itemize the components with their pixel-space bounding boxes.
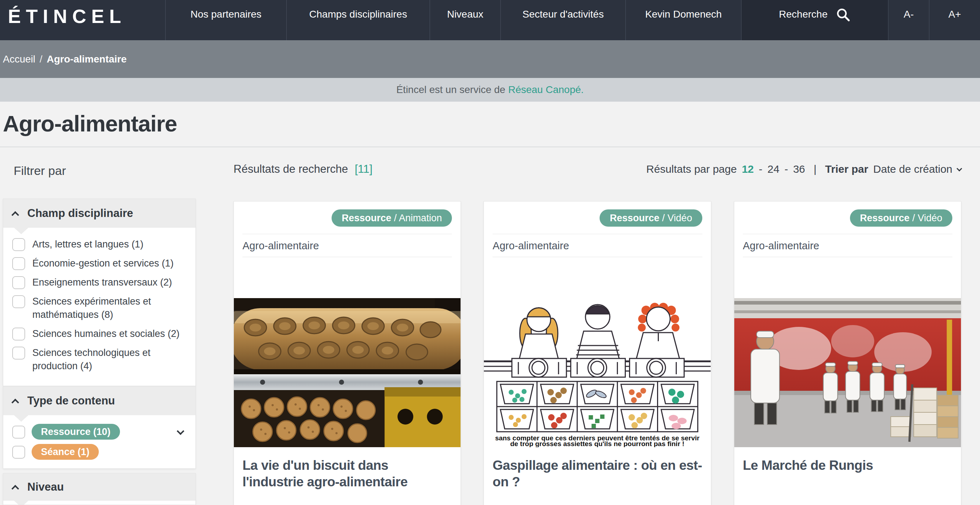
ressource-badge[interactable]: Ressource (10) [32, 424, 120, 440]
nav-item-niveaux[interactable]: Niveaux [430, 0, 500, 40]
filter-option-label[interactable]: Économie-gestion et services (1) [32, 257, 173, 270]
filter-option-row: Sciences technologiques et production (4… [12, 346, 189, 373]
breadcrumb: Accueil / Agro-alimentaire [0, 40, 980, 78]
checkbox-ressource[interactable] [12, 426, 25, 438]
card-divider [743, 257, 952, 257]
filter-option-row: Sciences humaines et sociales (2) [12, 327, 189, 340]
filter-option-row: Ressource (10) [12, 424, 189, 440]
nav-item-label: Kevin Domenech [645, 9, 722, 40]
filter-option-label[interactable]: Sciences technologiques et production (4… [32, 346, 189, 373]
chevron-up-icon [11, 484, 19, 492]
illustration-caption-line2: de trop grosses assiettes qu'ils ne pour… [511, 440, 685, 447]
card-title[interactable]: Le Marché de Rungis [743, 457, 952, 474]
type-badge: Ressource / Vidéo [600, 210, 702, 227]
card-divider [242, 257, 452, 257]
results-area: Résultats de recherche [11] Résultats pa… [234, 159, 961, 505]
card-image-gaspillage-illustration: sans compter que ces derniers peuvent êt… [484, 298, 711, 447]
banner-text: Étincel est un service de [396, 84, 506, 95]
chevron-down-icon[interactable] [177, 427, 184, 435]
card-divider [493, 234, 702, 234]
sort-value-dropdown[interactable]: Date de création [873, 163, 952, 175]
type-badge: Ressource / Vidéo [850, 210, 952, 227]
card-category: Agro-alimentaire [493, 240, 702, 252]
nav-item-champs-disciplinaires[interactable]: Champs disciplinaires [286, 0, 430, 40]
nav-item-partenaires[interactable]: Nos partenaires [165, 0, 286, 40]
site-logo[interactable]: ÉTINCEL [0, 0, 165, 40]
filter-header-champ[interactable]: Champ disciplinaire [3, 199, 196, 228]
per-page-dash: - [759, 163, 762, 175]
nav-item-secteur-activites[interactable]: Secteur d'activités [500, 0, 625, 40]
checkbox-arts-lettres[interactable] [12, 238, 25, 251]
type-badge: Ressource / Animation [332, 210, 452, 227]
card-title[interactable]: Gaspillage alimentaire : où en est-on ? [493, 457, 702, 490]
font-size-decrease-button[interactable]: A- [888, 0, 929, 40]
nav-item-label: Champs disciplinaires [309, 9, 407, 40]
checkbox-sciences-humaines[interactable] [12, 327, 25, 340]
checkbox-sciences-experimentales[interactable] [12, 295, 25, 308]
chevron-down-icon[interactable] [957, 165, 963, 172]
results-count: [11] [355, 163, 372, 175]
filter-option-label[interactable]: Enseignements transversaux (2) [32, 276, 172, 289]
result-card-gaspillage[interactable]: Ressource / Vidéo Agro-alimentaire [484, 201, 711, 505]
filter-header-label: Champ disciplinaire [27, 207, 133, 220]
result-card-biscuit[interactable]: Ressource / Animation Agro-alimentaire [234, 201, 461, 505]
breadcrumb-separator: / [40, 54, 42, 65]
per-page-option-36[interactable]: 36 [793, 163, 805, 175]
checkbox-sciences-technologiques[interactable] [12, 346, 25, 359]
reseau-canope-link[interactable]: Réseau Canopé [508, 84, 581, 95]
filter-option-label[interactable]: Sciences humaines et sociales (2) [32, 327, 180, 340]
top-navigation: ÉTINCEL Nos partenaires Champs disciplin… [0, 0, 980, 40]
card-category: Agro-alimentaire [743, 240, 952, 252]
filter-option-label[interactable]: Sciences expérimentales et mathématiques… [32, 295, 189, 321]
seance-badge[interactable]: Séance (1) [32, 444, 99, 460]
card-title[interactable]: La vie d'un biscuit dans l'industrie agr… [242, 457, 452, 490]
filter-header-niveau[interactable]: Niveau [3, 473, 196, 501]
title-divider [0, 146, 980, 147]
badge-subtype: / Vidéo [662, 213, 692, 223]
results-title: Résultats de recherche [234, 163, 348, 175]
header-notch [14, 501, 29, 505]
checkbox-economie-gestion[interactable] [12, 257, 25, 270]
filter-header-label: Niveau [27, 481, 64, 494]
filter-header-label: Type de contenu [27, 394, 115, 407]
filter-option-row: Arts, lettres et langues (1) [12, 238, 189, 251]
search-label: Recherche [779, 9, 827, 40]
header-notch [14, 228, 29, 234]
filter-panel-champ-disciplinaire: Champ disciplinaire Arts, lettres et lan… [3, 199, 196, 386]
chevron-up-icon [11, 398, 19, 406]
filter-title: Filtrer par [14, 164, 196, 178]
card-category: Agro-alimentaire [242, 240, 452, 252]
search-button[interactable]: Recherche [741, 0, 888, 40]
banner-period: . [581, 84, 584, 95]
badge-type: Ressource [342, 213, 391, 223]
nav-item-label: Secteur d'activités [522, 9, 603, 40]
filter-sidebar: Filtrer par Champ disciplinaire Arts, le… [3, 158, 196, 505]
badge-subtype: / Animation [394, 213, 442, 223]
checkbox-seance[interactable] [12, 446, 25, 459]
results-header: Résultats de recherche [11] Résultats pa… [234, 159, 961, 179]
per-page-label: Résultats par page [646, 163, 737, 175]
card-image-rungis-market [734, 298, 961, 447]
result-card-rungis[interactable]: Ressource / Vidéo Agro-alimentaire [734, 201, 961, 505]
per-page-option-12[interactable]: 12 [742, 163, 754, 175]
nav-item-user-account[interactable]: Kevin Domenech [625, 0, 741, 40]
filter-option-row: Enseignements transversaux (2) [12, 276, 189, 289]
filter-panel-niveau: Niveau [3, 473, 196, 505]
service-banner: Étincel est un service de Réseau Canopé. [0, 78, 980, 102]
font-size-increase-button[interactable]: A+ [929, 0, 980, 40]
search-icon [835, 7, 851, 22]
checkbox-enseignements-transversaux[interactable] [12, 276, 25, 289]
badge-type: Ressource [860, 213, 910, 223]
filter-header-type[interactable]: Type de contenu [3, 386, 196, 415]
nav-item-label: Niveaux [447, 9, 483, 40]
nav-item-label: Nos partenaires [190, 9, 261, 40]
card-divider [743, 234, 952, 234]
badge-subtype: / Vidéo [912, 213, 942, 223]
filter-option-label[interactable]: Arts, lettres et langues (1) [32, 238, 143, 251]
per-page-option-24[interactable]: 24 [767, 163, 779, 175]
font-increase-label: A+ [948, 9, 961, 40]
separator-pipe: | [814, 163, 816, 175]
card-divider [493, 257, 702, 257]
breadcrumb-home-link[interactable]: Accueil [3, 54, 35, 65]
card-image-biscuit-factory [234, 298, 461, 447]
